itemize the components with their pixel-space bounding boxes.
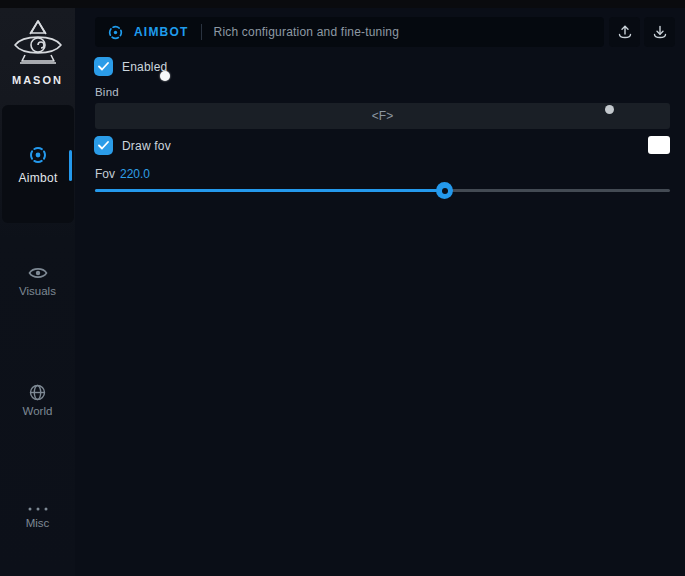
upload-icon bbox=[617, 24, 633, 40]
download-icon bbox=[652, 24, 668, 40]
bind-key-value: <F> bbox=[372, 109, 393, 123]
header-divider bbox=[201, 24, 202, 40]
draw-fov-checkbox[interactable] bbox=[94, 136, 113, 155]
bind-label: Bind bbox=[95, 86, 119, 98]
enabled-label: Enabled bbox=[122, 60, 167, 74]
logo-text: MASON bbox=[0, 74, 75, 86]
eye-icon bbox=[28, 265, 48, 281]
app-logo: MASON bbox=[0, 18, 75, 86]
crosshair-icon bbox=[107, 24, 124, 41]
fov-label-row: Fov220.0 bbox=[95, 167, 150, 181]
fov-label: Fov bbox=[95, 167, 115, 181]
enabled-checkbox[interactable] bbox=[94, 57, 113, 76]
bind-key-input[interactable]: <F> bbox=[95, 103, 670, 129]
mason-eye-pyramid-icon bbox=[12, 18, 64, 72]
import-config-button[interactable] bbox=[644, 17, 675, 47]
fov-slider-handle[interactable] bbox=[436, 182, 453, 199]
sidebar-item-label: Misc bbox=[0, 517, 75, 529]
page-subtitle: Rich configuration and fine-tuning bbox=[214, 25, 400, 39]
page-header: AIMBOT Rich configuration and fine-tunin… bbox=[95, 17, 604, 47]
main-panel: AIMBOT Rich configuration and fine-tunin… bbox=[75, 8, 685, 576]
fov-slider-fill bbox=[95, 189, 444, 192]
sidebar-item-world[interactable]: World bbox=[0, 384, 75, 417]
sidebar-item-visuals[interactable]: Visuals bbox=[0, 265, 75, 297]
fov-color-swatch[interactable] bbox=[648, 136, 670, 154]
ellipsis-icon bbox=[27, 505, 49, 513]
draw-fov-label: Draw fov bbox=[122, 139, 171, 153]
checkmark-icon bbox=[98, 141, 109, 150]
sidebar-item-aimbot[interactable]: Aimbot bbox=[2, 105, 74, 223]
enabled-checkbox-row[interactable]: Enabled bbox=[94, 57, 167, 76]
draw-fov-checkbox-row[interactable]: Draw fov bbox=[94, 136, 171, 155]
sidebar-item-label: World bbox=[0, 405, 75, 417]
sidebar-item-label: Aimbot bbox=[18, 171, 57, 185]
sidebar-item-misc[interactable]: Misc bbox=[0, 505, 75, 529]
crosshair-icon bbox=[27, 144, 49, 166]
sidebar-item-label: Visuals bbox=[0, 285, 75, 297]
active-tab-indicator bbox=[69, 150, 72, 181]
export-config-button[interactable] bbox=[609, 17, 640, 47]
checkmark-icon bbox=[98, 62, 109, 71]
window-top-strip bbox=[0, 0, 685, 8]
page-title: AIMBOT bbox=[134, 25, 189, 39]
fov-value: 220.0 bbox=[120, 167, 150, 181]
globe-icon bbox=[29, 384, 46, 401]
mason-menu-window: MASON Aimbot Visuals bbox=[0, 0, 685, 576]
fov-slider[interactable] bbox=[95, 182, 670, 198]
sidebar: MASON Aimbot Visuals bbox=[0, 8, 75, 576]
